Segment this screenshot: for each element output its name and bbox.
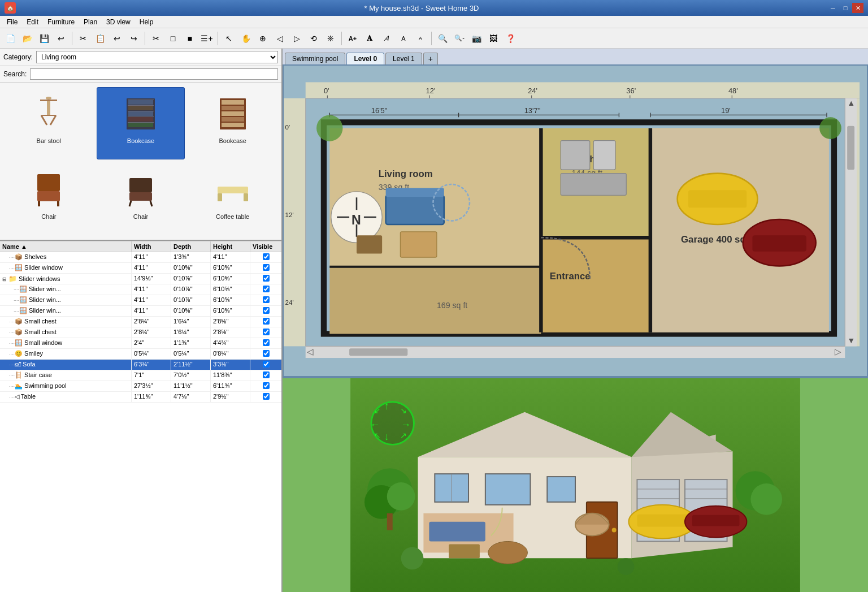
- list-item[interactable]: ····🏊 Swimming pool 27'3½" 11'1½" 6'11¾": [0, 381, 281, 392]
- save-button[interactable]: 💾: [36, 31, 52, 46]
- tab-level-0[interactable]: Level 0: [346, 53, 384, 64]
- row-slider-win1-visible[interactable]: [250, 284, 281, 295]
- row-staircase-visible[interactable]: [250, 370, 281, 381]
- tab-add-button[interactable]: +: [423, 53, 438, 64]
- tab-level-1[interactable]: Level 1: [385, 53, 422, 64]
- tab-swimming-pool[interactable]: Swimming pool: [285, 53, 345, 64]
- open-button[interactable]: 📂: [19, 31, 35, 46]
- settings-button[interactable]: ❈: [323, 31, 338, 46]
- furniture-item-bookcase-2[interactable]: Bookcase: [188, 87, 277, 159]
- row-sofa-visible[interactable]: [250, 360, 281, 370]
- svg-line-29: [129, 201, 131, 206]
- close-button[interactable]: ✕: [852, 3, 863, 13]
- list-item[interactable]: ····🪟 Slider win... 4'11" 0'10⅞" 6'10⅝": [0, 284, 281, 295]
- bar-stool-label: Bar stool: [37, 137, 61, 144]
- row-staircase-depth: 7'0½": [171, 370, 211, 381]
- svg-rect-104: [349, 348, 407, 356]
- window-controls: ─ □ ✕: [827, 3, 863, 13]
- list-item[interactable]: ····📦 Shelves 4'11" 1'3¾" 4'11": [0, 252, 281, 263]
- furniture-item-chair-2[interactable]: Chair: [97, 163, 185, 235]
- camera-button[interactable]: 📷: [468, 31, 484, 46]
- row-smiley-visible[interactable]: [250, 349, 281, 359]
- list-item[interactable]: ····🪜 Stair case 7'1" 7'0½" 11'8⅜": [0, 370, 281, 381]
- row-swimming-pool-visible[interactable]: [250, 381, 281, 391]
- svg-rect-37: [284, 98, 306, 347]
- add-point-button[interactable]: ⊕: [255, 31, 271, 46]
- next-button[interactable]: ▷: [289, 31, 305, 46]
- col-name[interactable]: Name ▲: [0, 241, 132, 252]
- toolbar: 📄 📂 💾 ↩ ✂ 📋 ↩ ↪ ✂ □ ■ ☰+ ↖ ✋ ⊕ ◁ ▷ ⟲ ❈ A…: [0, 28, 868, 49]
- list-item[interactable]: ····😊 Smiley 0'5¼" 0'5¼" 0'8¼": [0, 349, 281, 360]
- furniture-item-chair-1[interactable]: Chair: [5, 163, 93, 235]
- row-slider-window-visible[interactable]: [250, 263, 281, 273]
- furniture-item-bookcase-1[interactable]: Bookcase: [97, 87, 185, 159]
- pan-button[interactable]: ✋: [238, 31, 254, 46]
- list-item[interactable]: ····🪟 Slider win... 4'11" 0'10⅝" 6'10⅝": [0, 306, 281, 317]
- new-button[interactable]: 📄: [2, 31, 18, 46]
- rect2-button[interactable]: ■: [182, 31, 198, 46]
- menu-file[interactable]: File: [2, 17, 22, 27]
- row-shelves-visible[interactable]: [250, 252, 281, 262]
- bookcase-1-thumb: [118, 91, 163, 136]
- list-item[interactable]: ····🪟 Small window 2'4" 1'1⅜" 4'4¾": [0, 338, 281, 349]
- 3d-view[interactable]: ↑ ↓ ← → ↙ ↘ ↖ ↗: [283, 377, 868, 592]
- row-slider-win2-visible[interactable]: [250, 295, 281, 305]
- row-small-chest2-visible[interactable]: [250, 327, 281, 338]
- list-item[interactable]: ····🪟 Slider window 4'11" 0'10⅝" 6'10⅝": [0, 263, 281, 274]
- row-slider-windows-visible[interactable]: [250, 274, 281, 284]
- list-item-sofa[interactable]: ····🛋 Sofa 6'3¾" 2'11½" 3'3⅜": [0, 360, 281, 370]
- undo-button[interactable]: ↩: [53, 31, 69, 46]
- font-increase-button[interactable]: A+: [345, 31, 361, 46]
- undo2-button[interactable]: ↩: [109, 31, 125, 46]
- cut2-button[interactable]: ✂: [148, 31, 164, 46]
- list-header: Name ▲ Width Depth Height Visible: [0, 241, 281, 252]
- row-table-visible[interactable]: [250, 392, 281, 402]
- bookcase-1-label: Bookcase: [127, 137, 154, 144]
- zoom-out-button[interactable]: 🔍-: [452, 31, 467, 46]
- svg-text:↖: ↖: [374, 431, 381, 440]
- prev-button[interactable]: ◁: [272, 31, 288, 46]
- row-small-window-visible[interactable]: [250, 338, 281, 348]
- font-small-button[interactable]: A: [396, 31, 411, 46]
- select-button[interactable]: ↖: [221, 31, 237, 46]
- menu-edit[interactable]: Edit: [22, 17, 43, 27]
- row-small-chest1-visible[interactable]: [250, 317, 281, 327]
- chair-1-thumb: [26, 167, 71, 212]
- row-slider-win3-visible[interactable]: [250, 306, 281, 316]
- add-button[interactable]: ☰+: [199, 31, 215, 46]
- menu-furniture[interactable]: Furniture: [43, 17, 79, 27]
- furniture-item-coffee-table[interactable]: Coffee table: [188, 163, 277, 235]
- furniture-item-bar-stool[interactable]: Bar stool: [5, 87, 93, 159]
- copy-button[interactable]: 📋: [92, 31, 108, 46]
- svg-rect-12: [128, 100, 154, 100]
- menu-3dview[interactable]: 3D view: [102, 17, 135, 27]
- menu-help[interactable]: Help: [135, 17, 158, 27]
- help-button[interactable]: ❓: [502, 31, 518, 46]
- category-select[interactable]: Living room Bedroom Kitchen Bathroom Gar…: [36, 51, 278, 63]
- rect-button[interactable]: □: [165, 31, 181, 46]
- svg-text:↙: ↙: [374, 406, 381, 415]
- maximize-button[interactable]: □: [840, 3, 851, 13]
- menu-plan[interactable]: Plan: [79, 17, 102, 27]
- font-italic-button[interactable]: 𝘈: [379, 31, 394, 46]
- svg-text:Living room: Living room: [379, 168, 433, 179]
- rotate-button[interactable]: ⟲: [306, 31, 322, 46]
- cut-button[interactable]: ✂: [75, 31, 91, 46]
- image-button[interactable]: 🖼: [485, 31, 501, 46]
- list-item[interactable]: ····📦 Small chest 2'8¼" 1'6¼" 2'8⅝": [0, 327, 281, 338]
- list-item[interactable]: ····📦 Small chest 2'8¼" 1'6¼" 2'8⅝": [0, 317, 281, 327]
- font-bold-button[interactable]: 𝐀: [362, 31, 377, 46]
- 3d-view-svg: ↑ ↓ ← → ↙ ↘ ↖ ↗: [283, 378, 868, 592]
- list-item[interactable]: ⊟ 📁 Slider windows 14'9⅛" 0'10⅞" 6'10⅝": [0, 274, 281, 284]
- svg-text:169 sq ft: 169 sq ft: [437, 301, 467, 310]
- font-tiny-button[interactable]: A: [413, 31, 428, 46]
- list-item[interactable]: ····◁ Table 1'11⅝" 4'7⅛" 2'9½": [0, 392, 281, 403]
- search-input[interactable]: [30, 68, 278, 80]
- category-row: Category: Living room Bedroom Kitchen Ba…: [0, 49, 281, 66]
- plan-view[interactable]: 0' 12' 24' 36' 48' 0' 12' 24': [283, 64, 868, 377]
- minimize-button[interactable]: ─: [827, 3, 839, 13]
- list-item[interactable]: ····🪟 Slider win... 4'11" 0'10⅞" 6'10⅝": [0, 295, 281, 306]
- redo-button[interactable]: ↪: [126, 31, 142, 46]
- zoom-in-button[interactable]: 🔍: [435, 31, 450, 46]
- row-sofa-width: 6'3¾": [132, 360, 171, 370]
